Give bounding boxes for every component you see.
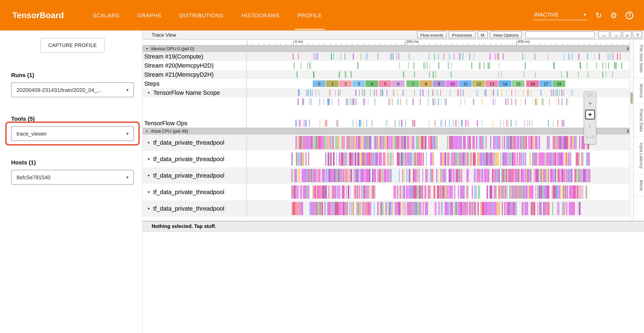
trace-event-tick[interactable] — [298, 136, 299, 150]
trace-event-tick[interactable] — [447, 136, 448, 150]
trace-event-tick[interactable] — [492, 202, 493, 215]
trace-event-tick[interactable] — [532, 99, 532, 105]
trace-event-tick[interactable] — [545, 169, 546, 182]
trace-event-tick[interactable] — [298, 99, 298, 105]
trace-event-tick[interactable] — [357, 202, 358, 215]
trace-event-tick[interactable] — [466, 169, 468, 182]
trace-event-tick[interactable] — [368, 152, 369, 166]
trace-event-tick[interactable] — [502, 185, 502, 199]
trace-event-tick[interactable] — [330, 136, 331, 150]
trace-event-tick[interactable] — [327, 99, 328, 105]
trace-event-tick[interactable] — [328, 185, 328, 199]
trace-event-tick[interactable] — [409, 53, 410, 60]
row-timeline[interactable]: 0123456789101112131415161718 — [247, 79, 633, 88]
trace-event-tick[interactable] — [506, 90, 506, 96]
tab-profile[interactable]: PROFILE — [289, 0, 331, 30]
trace-event-tick[interactable] — [508, 99, 508, 105]
trace-event-tick[interactable] — [347, 99, 348, 105]
trace-event-tick[interactable] — [558, 169, 559, 182]
trace-event-tick[interactable] — [557, 202, 558, 215]
trace-event-tick[interactable] — [443, 185, 444, 199]
trace-event-tick[interactable] — [452, 202, 453, 215]
trace-event-tick[interactable] — [518, 169, 518, 182]
trace-event-tick[interactable] — [376, 90, 377, 96]
trace-event-tick[interactable] — [616, 62, 617, 69]
trace-event-tick[interactable] — [510, 169, 510, 182]
trace-event-tick[interactable] — [558, 202, 559, 215]
trace-event-tick[interactable] — [389, 136, 390, 150]
trace-event-tick[interactable] — [505, 169, 506, 182]
step-block[interactable]: 13 — [486, 80, 498, 87]
trace-event-tick[interactable] — [303, 152, 304, 166]
trace-event-tick[interactable] — [302, 202, 303, 215]
trace-event-tick[interactable] — [387, 90, 388, 96]
trace-event-tick[interactable] — [341, 136, 342, 150]
trace-event-tick[interactable] — [319, 136, 320, 150]
trace-event-tick[interactable] — [539, 152, 540, 166]
trace-event-tick[interactable] — [476, 136, 478, 150]
trace-event-tick[interactable] — [524, 136, 524, 150]
trace-event-tick[interactable] — [298, 202, 299, 215]
trace-event-tick[interactable] — [472, 185, 473, 199]
status-select[interactable]: INACTIVE ▾ — [533, 10, 587, 20]
trace-event-tick[interactable] — [503, 120, 504, 126]
trace-event-tick[interactable] — [478, 202, 479, 215]
trace-event-tick[interactable] — [406, 185, 407, 199]
trace-event-tick[interactable] — [422, 169, 423, 182]
trace-event-tick[interactable] — [313, 72, 314, 78]
trace-event-tick[interactable] — [486, 136, 486, 150]
trace-event-tick[interactable] — [307, 169, 308, 182]
step-block[interactable]: 9 — [433, 80, 446, 87]
trace-event-tick[interactable] — [490, 136, 491, 150]
trace-event-tick[interactable] — [497, 136, 498, 150]
trace-event-tick[interactable] — [332, 99, 332, 105]
trace-event-tick[interactable] — [499, 62, 499, 69]
trace-event-tick[interactable] — [458, 185, 459, 199]
trace-event-tick[interactable] — [578, 72, 579, 78]
trace-event-tick[interactable] — [395, 202, 396, 215]
trace-event-tick[interactable] — [435, 120, 436, 126]
trace-event-tick[interactable] — [291, 185, 292, 199]
step-block[interactable]: 11 — [459, 80, 472, 87]
pan-right-button[interactable]: → — [611, 31, 622, 38]
trace-event-tick[interactable] — [498, 169, 499, 182]
trace-event-tick[interactable] — [474, 202, 474, 215]
scrollbar-thumb[interactable] — [630, 92, 633, 104]
row-timeline[interactable] — [247, 97, 633, 106]
trace-event-tick[interactable] — [405, 136, 406, 150]
trace-event-tick[interactable] — [576, 185, 576, 199]
trace-event-tick[interactable] — [428, 202, 428, 215]
trace-event-tick[interactable] — [366, 185, 366, 199]
trace-event-tick[interactable] — [454, 136, 455, 150]
trace-event-tick[interactable] — [559, 136, 560, 150]
trace-event-tick[interactable] — [359, 120, 360, 126]
trace-event-tick[interactable] — [440, 152, 441, 166]
trace-event-tick[interactable] — [309, 120, 310, 126]
trace-event-tick[interactable] — [421, 152, 422, 166]
trace-event-tick[interactable] — [372, 185, 372, 199]
trace-event-tick[interactable] — [445, 99, 445, 105]
trace-event-tick[interactable] — [333, 53, 334, 60]
side-tab-input-latency[interactable]: Input Latency — [634, 138, 644, 174]
trace-event-tick[interactable] — [438, 99, 439, 105]
trace-event-tick[interactable] — [378, 202, 378, 215]
trace-event-tick[interactable] — [586, 152, 587, 166]
trace-event-tick[interactable] — [458, 202, 458, 215]
trace-event-tick[interactable] — [446, 169, 446, 182]
trace-event-tick[interactable] — [306, 120, 306, 126]
row-timeline[interactable] — [247, 70, 633, 79]
trace-event-tick[interactable] — [350, 152, 352, 166]
trace-event-tick[interactable] — [536, 185, 536, 199]
trace-event-tick[interactable] — [410, 185, 411, 199]
trace-event-tick[interactable] — [525, 62, 526, 69]
trace-event-tick[interactable] — [541, 152, 543, 166]
trace-event-tick[interactable] — [416, 169, 416, 182]
trace-event-tick[interactable] — [320, 120, 320, 126]
trace-event-tick[interactable] — [297, 72, 298, 78]
trace-event-tick[interactable] — [528, 136, 529, 150]
trace-event-tick[interactable] — [537, 185, 537, 199]
trace-event-tick[interactable] — [404, 169, 405, 182]
trace-event-tick[interactable] — [344, 185, 344, 199]
trace-event-tick[interactable] — [356, 169, 358, 182]
row-timeline[interactable] — [247, 52, 633, 61]
